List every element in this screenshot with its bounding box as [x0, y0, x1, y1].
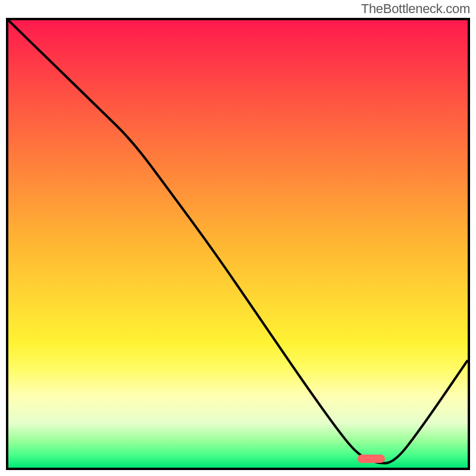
chart-svg — [8, 20, 468, 468]
chart-frame — [6, 18, 470, 470]
bottleneck-curve — [8, 20, 468, 464]
optimal-zone-marker — [358, 455, 385, 463]
watermark-label: TheBottleneck.com — [361, 1, 470, 17]
